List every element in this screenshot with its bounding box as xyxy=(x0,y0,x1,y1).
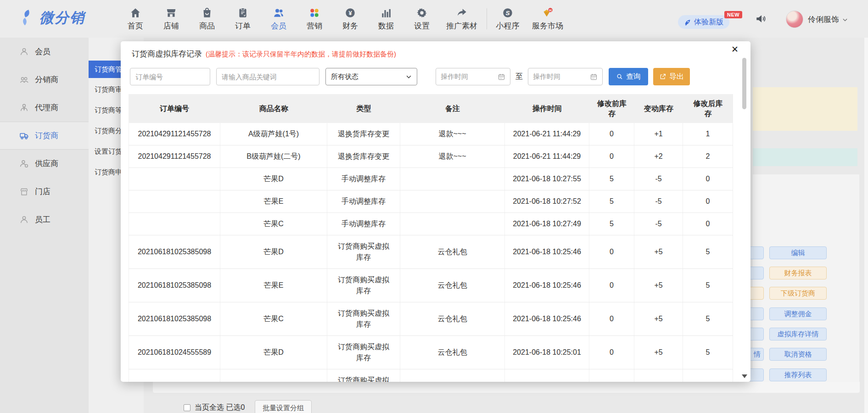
export-icon xyxy=(659,73,666,80)
share-arrow-icon xyxy=(456,7,468,19)
modal-scrollbar[interactable] xyxy=(742,54,747,379)
nav-divider xyxy=(487,8,487,29)
table-cell: 芒果D xyxy=(220,336,327,369)
new-badge: NEW xyxy=(724,11,742,18)
miniprogram-icon: S xyxy=(502,7,514,19)
shopping-bag-icon xyxy=(201,7,213,19)
modal-notice: (温馨提示：该记录只保留半年内的数据，请提前做好数据备份) xyxy=(206,50,396,59)
table-cell: 2021-06-18 10:27:52 xyxy=(505,190,589,212)
sub-suppliers-button[interactable]: 下级订货商 xyxy=(769,287,827,300)
table-cell: 手动调整库存 xyxy=(327,168,400,190)
column-header: 修改前库存 xyxy=(589,94,634,123)
sidebar-item-stores[interactable]: 门店 xyxy=(0,178,89,206)
search-button[interactable]: 查询 xyxy=(609,68,648,85)
table-cell: 0 xyxy=(589,369,634,382)
nav-item-home[interactable]: 首页 xyxy=(118,0,153,38)
nav-item-data[interactable]: 数据 xyxy=(368,0,404,38)
table-cell: 202106181025385098 xyxy=(129,235,220,268)
table-cell: 0 xyxy=(589,269,634,302)
table-cell: 云仓礼包 xyxy=(400,302,505,335)
status-select[interactable]: 所有状态 xyxy=(325,68,417,85)
table-cell xyxy=(129,213,220,235)
sidebar-label: 订货商 xyxy=(35,130,58,141)
nav-label: 数据 xyxy=(378,21,394,31)
table-header-row: 订单编号 商品名称 类型 备注 操作时间 修改前库存 变动库存 修改后库存 xyxy=(129,94,733,123)
table-cell: A级葫芦娃(1号) xyxy=(220,123,327,145)
page-scrollbar[interactable] xyxy=(864,38,868,413)
records-table: 订单编号 商品名称 类型 备注 操作时间 修改前库存 变动库存 修改后库存 20… xyxy=(129,94,733,382)
table-cell: 5 xyxy=(683,302,733,335)
agent-icon xyxy=(19,103,29,112)
cancel-qualification-button[interactable]: 取消资格 xyxy=(769,348,827,361)
nav-label: 店铺 xyxy=(163,21,179,31)
table-body: 202104291121455728A级葫芦娃(1号)退换货库存变更退款~~~2… xyxy=(129,123,733,382)
nav-label: 服务市场 xyxy=(532,21,563,31)
edit-button[interactable]: 编辑 xyxy=(769,246,827,259)
clipboard-icon xyxy=(237,7,249,19)
batch-group-button[interactable]: 批量设置分组 xyxy=(255,400,312,413)
table-cell: B级葫芦娃(二号) xyxy=(220,145,327,167)
recommend-list-button[interactable]: 推荐列表 xyxy=(769,368,827,381)
export-button[interactable]: 导出 xyxy=(653,68,690,85)
sidebar-item-members[interactable]: 会员 xyxy=(0,38,89,66)
nav-item-promo-materials[interactable]: 推广素材 xyxy=(440,0,484,38)
time-to-input[interactable]: 操作时间 xyxy=(528,68,603,85)
sidebar-item-agents[interactable]: 代理商 xyxy=(0,94,89,122)
table-cell: 订货商购买虚拟库存 xyxy=(327,269,400,302)
sidebar-item-staff[interactable]: 员工 xyxy=(0,206,89,234)
table-cell: 芒果D xyxy=(220,168,327,190)
sidebar-item-distributors[interactable]: 分销商 xyxy=(0,66,89,94)
close-icon[interactable]: ✕ xyxy=(731,45,739,54)
finance-report-button[interactable]: 财务报表 xyxy=(769,267,827,279)
nav-item-marketing[interactable]: 营销 xyxy=(297,0,332,38)
table-cell: 芒果E xyxy=(220,369,327,382)
table-cell: 0 xyxy=(683,213,733,235)
column-header: 修改后库存 xyxy=(683,94,733,123)
calendar-icon xyxy=(590,73,598,81)
rocket-icon xyxy=(684,18,692,26)
sidebar-item-suppliers-ordering[interactable]: 订货商 xyxy=(0,122,89,150)
table-cell: 0 xyxy=(589,235,634,268)
column-header: 商品名称 xyxy=(220,94,327,123)
table-cell: 芒果E xyxy=(220,190,327,212)
nav-item-products[interactable]: 商品 xyxy=(189,0,225,38)
account-menu[interactable]: 伶俐服饰 xyxy=(808,14,848,25)
nav-item-members[interactable]: 会员 xyxy=(261,0,297,38)
logo-text: 微分销 xyxy=(39,8,85,28)
table-cell xyxy=(400,168,505,190)
table-cell: +5 xyxy=(634,336,683,369)
nav-item-service-market[interactable]: H 服务市场 xyxy=(526,0,570,38)
nav-label: 首页 xyxy=(128,21,143,31)
try-new-version-button[interactable]: 体验新版 xyxy=(678,15,729,29)
nav-item-orders[interactable]: 订单 xyxy=(225,0,261,38)
order-no-input[interactable] xyxy=(130,68,210,85)
account-avatar[interactable] xyxy=(786,11,803,28)
nav-item-finance[interactable]: ¥ 财务 xyxy=(332,0,368,38)
select-all-checkbox[interactable] xyxy=(184,404,190,411)
app-logo[interactable]: 微分销 xyxy=(20,8,85,28)
speaker-icon[interactable] xyxy=(755,13,767,25)
scrollbar-thumb[interactable] xyxy=(742,58,746,109)
background-banner-yellow xyxy=(753,87,857,131)
table-cell: +5 xyxy=(634,302,683,335)
scrollbar-down-arrow[interactable] xyxy=(742,374,747,378)
table-cell: +5 xyxy=(634,269,683,302)
sidebar-item-vendors[interactable]: 供应商 xyxy=(0,150,89,178)
table-cell: 芒果D xyxy=(220,235,327,268)
table-cell: 0 xyxy=(683,190,733,212)
adjust-commission-button[interactable]: 调整佣金 xyxy=(769,307,827,320)
yen-glyph: ¥ xyxy=(348,9,352,16)
table-cell: 2021-06-21 11:44:29 xyxy=(505,123,589,145)
top-nav: 微分销 首页 店铺 商品 订单 会员 营销 ¥ 财务 xyxy=(0,0,868,38)
nav-item-shop[interactable]: 店铺 xyxy=(153,0,189,38)
table-cell: 云仓礼包 xyxy=(400,369,505,382)
virtual-stock-detail-button[interactable]: 虚拟库存详情 xyxy=(769,328,827,340)
time-from-input[interactable]: 操作时间 xyxy=(436,68,510,85)
table-cell: 0 xyxy=(589,123,634,145)
table-row: 芒果C手动调整库存2021-06-18 10:27:495-50 xyxy=(129,213,733,235)
product-keyword-input[interactable] xyxy=(216,68,319,85)
time-from-placeholder: 操作时间 xyxy=(441,73,468,81)
nav-item-settings[interactable]: 设置 xyxy=(404,0,440,38)
store-icon xyxy=(19,187,29,196)
nav-item-miniprogram[interactable]: S 小程序 xyxy=(490,0,526,38)
